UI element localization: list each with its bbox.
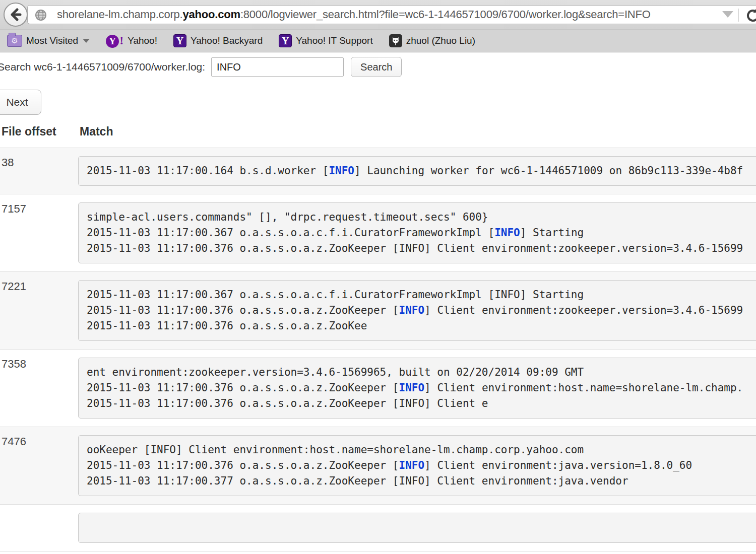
table-row: 72212015-11-03 11:17:00.367 o.a.s.s.o.a.… (0, 272, 756, 350)
table-row (0, 505, 756, 551)
chevron-down-icon (83, 39, 90, 43)
bookmark-item[interactable]: zhuol (Zhuo Liu) (389, 34, 475, 47)
search-match-highlight: INFO (399, 304, 425, 316)
back-button[interactable] (4, 3, 28, 27)
file-offset-value: 7221 (0, 272, 78, 350)
yahoo-square-icon: Y (279, 34, 292, 47)
log-match-block: simple-acl.users.commands" [], "drpc.req… (78, 202, 756, 263)
file-offset-value: 7157 (0, 194, 78, 272)
browser-toolbar: shorelane-lm.champ.corp.yahoo.com:8000/l… (0, 0, 756, 29)
search-match-highlight: INFO (494, 227, 520, 239)
file-offset-value (0, 505, 78, 551)
url-text: shorelane-lm.champ.corp.yahoo.com:8000/l… (57, 8, 651, 21)
bookmark-label: Yahoo! IT Support (296, 35, 372, 46)
results-body: 382015-11-03 11:17:00.164 b.s.d.worker [… (0, 148, 756, 551)
search-label: Search wc6-1-1446571009/6700/worker.log: (0, 61, 205, 73)
search-input[interactable] (211, 57, 344, 77)
file-offset-value: 38 (0, 148, 78, 194)
table-row: 7157simple-acl.users.commands" [], "drpc… (0, 194, 756, 272)
globe-icon (35, 9, 47, 21)
github-icon (389, 34, 402, 47)
results-table: File offset Match 382015-11-03 11:17:00.… (0, 125, 756, 551)
results-header-row: File offset Match (0, 125, 756, 148)
bookmark-item[interactable]: ⚙ Most Visited (7, 35, 90, 47)
url-bar-divider (738, 9, 739, 22)
bookmark-label: Yahoo! Backyard (191, 35, 263, 46)
bookmark-item[interactable]: Y! Yahoo! (106, 34, 157, 48)
bookmark-label: zhuol (Zhuo Liu) (406, 35, 475, 46)
search-match-highlight: INFO (329, 165, 354, 177)
search-button[interactable]: Search (351, 57, 402, 77)
bookmark-item[interactable]: Y Yahoo! IT Support (279, 34, 372, 47)
address-bar[interactable]: shorelane-lm.champ.corp.yahoo.com:8000/l… (27, 5, 756, 24)
file-offset-value: 7358 (0, 350, 78, 427)
table-row: 382015-11-03 11:17:00.164 b.s.d.worker [… (0, 148, 756, 194)
bookmark-label: Most Visited (26, 35, 78, 46)
bookmark-item[interactable]: Y Yahoo! Backyard (173, 34, 263, 47)
file-offset-value: 7476 (0, 427, 78, 505)
logviewer-page: Search wc6-1-1446571009/6700/worker.log:… (0, 52, 756, 551)
log-match-block: ent environment:zookeeper.version=3.4.6-… (78, 358, 756, 419)
next-button[interactable]: Next (0, 90, 41, 115)
log-match-block: 2015-11-03 11:17:00.164 b.s.d.worker [IN… (78, 156, 756, 186)
table-row: 7358ent environment:zookeeper.version=3.… (0, 350, 756, 427)
table-row: 7476ooKeeper [INFO] Client environment:h… (0, 427, 756, 505)
search-match-highlight: INFO (399, 382, 425, 394)
url-domain: yahoo.com (183, 8, 240, 21)
log-match-block: ooKeeper [INFO] Client environment:host.… (78, 435, 756, 496)
bookmark-label: Yahoo! (128, 35, 157, 46)
match-header: Match (78, 125, 756, 148)
bookmarks-bar: ⚙ Most Visited Y! Yahoo! Y Yahoo! Backya… (0, 29, 756, 52)
history-dropdown-icon[interactable] (722, 11, 733, 18)
search-match-highlight: INFO (399, 459, 425, 471)
back-arrow-icon (9, 8, 22, 21)
log-match-block: 2015-11-03 11:17:00.367 o.a.s.s.o.a.c.f.… (78, 280, 756, 341)
yahoo-logo-icon: Y! (106, 34, 123, 48)
reload-icon[interactable] (745, 8, 756, 23)
yahoo-square-icon: Y (173, 34, 186, 47)
log-match-block (78, 513, 756, 543)
file-offset-header: File offset (0, 125, 78, 148)
folder-gear-icon: ⚙ (7, 35, 22, 47)
search-form: Search wc6-1-1446571009/6700/worker.log:… (0, 56, 756, 78)
